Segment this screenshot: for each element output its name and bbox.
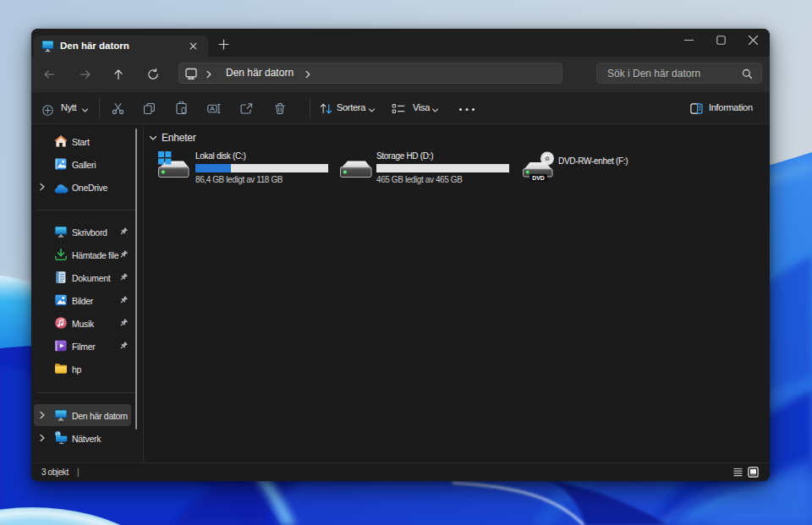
- svg-text:DVD: DVD: [532, 175, 544, 181]
